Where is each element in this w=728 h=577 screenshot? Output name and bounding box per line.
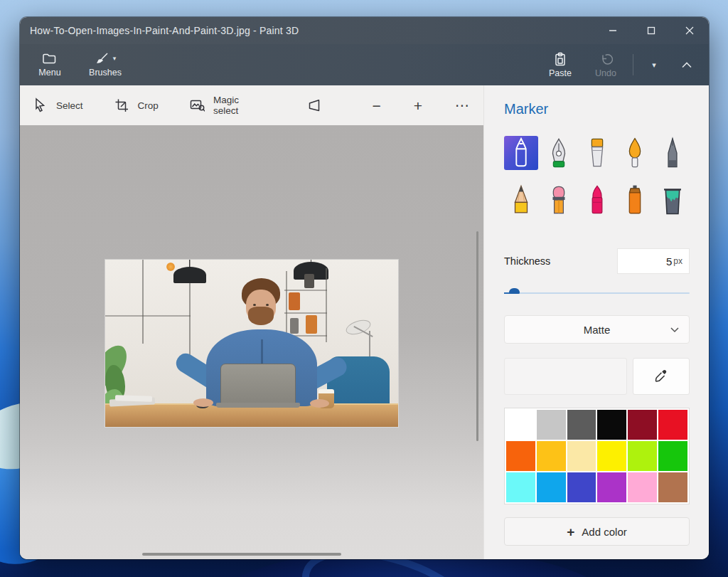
pixel-pen-icon xyxy=(660,137,685,169)
photo-detail xyxy=(290,318,299,334)
color-swatch[interactable] xyxy=(658,472,687,502)
collapse-ribbon-button[interactable] xyxy=(670,44,703,85)
finish-dropdown[interactable]: Matte xyxy=(504,315,690,344)
more-options-button[interactable]: ⋯ xyxy=(455,98,471,112)
color-swatch[interactable] xyxy=(537,472,566,502)
ribbon-dropdown-button[interactable]: ▾ xyxy=(638,44,670,85)
color-swatch[interactable] xyxy=(506,441,535,471)
edit-toolbar: Select Crop xyxy=(20,85,483,125)
brush-icon xyxy=(95,52,110,65)
zoom-in-button[interactable]: + xyxy=(414,98,422,113)
color-swatch[interactable] xyxy=(628,441,657,471)
chevron-down-icon xyxy=(670,327,679,333)
horizontal-scrollbar[interactable] xyxy=(142,553,341,556)
minimize-button[interactable] xyxy=(594,17,632,44)
photo-detail xyxy=(310,399,329,408)
color-swatch[interactable] xyxy=(658,441,687,471)
magic-select-icon xyxy=(190,98,205,112)
cursor-icon xyxy=(33,97,48,113)
tool-eraser[interactable] xyxy=(542,183,576,217)
tool-watercolor[interactable] xyxy=(618,136,652,170)
photo-detail xyxy=(286,271,287,339)
photo-detail xyxy=(284,312,327,314)
tool-crayon[interactable] xyxy=(580,183,614,217)
color-swatch[interactable] xyxy=(628,472,657,502)
close-button[interactable] xyxy=(670,17,709,44)
color-swatch[interactable] xyxy=(537,441,566,471)
current-color-swatch[interactable] xyxy=(504,358,627,395)
magic-select-button[interactable]: Magic select xyxy=(190,95,263,116)
color-swatch[interactable] xyxy=(597,441,626,471)
calligraphy-pen-icon xyxy=(547,137,571,169)
tool-spray-can[interactable] xyxy=(618,183,652,217)
tool-marker[interactable] xyxy=(504,136,538,170)
view-3d-button[interactable] xyxy=(306,97,322,113)
color-swatch[interactable] xyxy=(658,410,687,440)
plus-icon: + xyxy=(567,525,574,539)
color-swatch[interactable] xyxy=(597,410,626,440)
photo-detail xyxy=(253,304,256,306)
color-swatch[interactable] xyxy=(506,410,535,440)
photo-detail xyxy=(173,267,206,283)
maximize-button[interactable] xyxy=(632,17,670,44)
brushes-button[interactable]: ▾ Brushes xyxy=(82,44,128,85)
maximize-icon xyxy=(647,26,655,35)
thickness-row: Thickness 5 px xyxy=(504,248,690,274)
canvas-image[interactable] xyxy=(105,260,398,427)
clipboard-icon xyxy=(553,52,567,66)
eyedropper-icon xyxy=(653,369,669,384)
photo-detail xyxy=(248,307,274,325)
thickness-value: 5 xyxy=(666,255,672,268)
minimize-icon xyxy=(609,26,617,35)
zoom-out-button[interactable]: − xyxy=(372,98,380,113)
window-title: How-To-Open-Images-In-Paint-And-Paint-3D… xyxy=(20,25,299,36)
color-swatch[interactable] xyxy=(567,472,596,502)
close-icon xyxy=(685,26,694,35)
crop-button[interactable]: Crop xyxy=(114,98,159,113)
eyedropper-button[interactable] xyxy=(633,358,690,395)
undo-button[interactable]: Undo xyxy=(583,44,628,85)
thickness-unit: px xyxy=(673,256,682,266)
color-swatch[interactable] xyxy=(628,410,657,440)
tool-pixel-pen[interactable] xyxy=(655,136,690,170)
select-button[interactable]: Select xyxy=(33,97,83,113)
color-swatch[interactable] xyxy=(537,410,566,440)
thickness-input[interactable]: 5 px xyxy=(617,248,690,274)
tool-pencil[interactable] xyxy=(504,183,538,217)
color-swatch[interactable] xyxy=(506,472,535,502)
crop-label: Crop xyxy=(138,100,159,111)
paste-button[interactable]: Paste xyxy=(537,44,583,85)
photo-detail xyxy=(306,315,317,334)
tool-oil-brush[interactable] xyxy=(580,136,614,170)
pencil-icon xyxy=(509,184,533,216)
paint3d-window: How-To-Open-Images-In-Paint-And-Paint-3D… xyxy=(20,17,709,559)
panel-title: Marker xyxy=(504,101,690,117)
tool-calligraphy-pen[interactable] xyxy=(542,136,576,170)
oil-brush-icon xyxy=(585,137,609,169)
tool-fill[interactable] xyxy=(655,183,690,217)
folder-icon xyxy=(42,52,58,65)
thickness-slider[interactable] xyxy=(504,288,690,295)
slider-track xyxy=(504,292,690,294)
color-swatch[interactable] xyxy=(567,441,596,471)
marker-icon xyxy=(507,137,535,169)
color-palette xyxy=(504,408,690,504)
photo-detail xyxy=(326,268,327,342)
menu-button[interactable]: Menu xyxy=(27,44,73,85)
fill-bucket-icon xyxy=(660,184,685,216)
color-swatch[interactable] xyxy=(597,472,626,502)
photo-detail xyxy=(105,315,191,317)
color-swatch[interactable] xyxy=(567,410,596,440)
canvas-workspace[interactable] xyxy=(20,125,483,559)
vertical-scrollbar[interactable] xyxy=(476,231,478,441)
ribbon: Menu ▾ Brushes Past xyxy=(20,44,709,85)
watercolor-icon xyxy=(623,137,647,169)
caret-down-icon: ▾ xyxy=(113,55,117,62)
slider-thumb[interactable] xyxy=(509,288,520,294)
undo-label: Undo xyxy=(595,68,616,78)
caret-down-icon: ▾ xyxy=(652,61,656,69)
paste-label: Paste xyxy=(549,68,572,78)
magic-select-label: Magic select xyxy=(213,95,262,116)
add-color-button[interactable]: + Add color xyxy=(504,517,690,546)
photo-detail xyxy=(266,304,269,306)
